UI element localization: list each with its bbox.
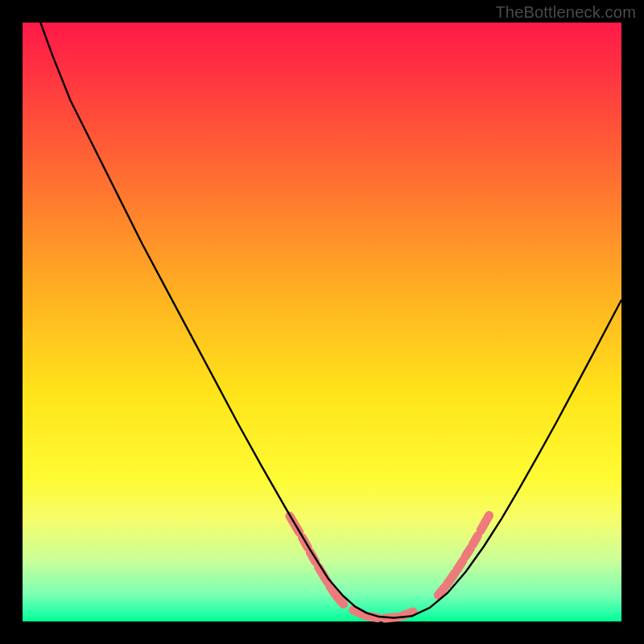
highlight-dash [473,536,477,544]
bottleneck-chart [0,0,644,644]
highlight-dash [465,548,471,556]
plot-background [23,23,621,621]
highlight-dash [330,586,336,594]
watermark-text: TheBottleneck.com [495,3,636,22]
highlight-dash [337,597,344,604]
highlight-dash [438,588,444,595]
highlight-dash [457,561,463,569]
chart-frame: TheBottleneck.com [0,0,644,644]
